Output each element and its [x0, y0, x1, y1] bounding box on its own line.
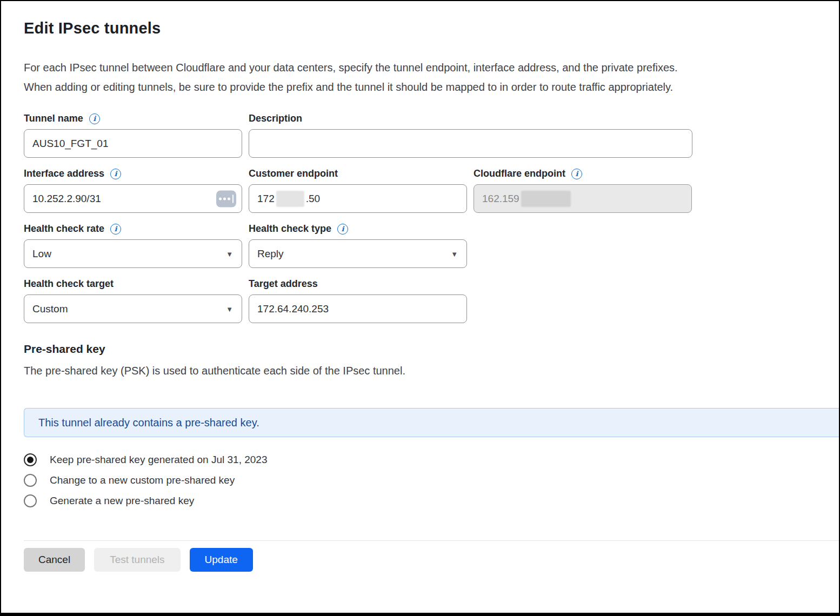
- cloudflare-endpoint-field: Cloudflare endpoint i 162.159: [474, 158, 692, 213]
- browser-autofill-icon[interactable]: [216, 190, 236, 207]
- info-icon[interactable]: i: [110, 224, 121, 235]
- target-address-input[interactable]: 172.64.240.253: [249, 294, 467, 323]
- info-icon[interactable]: i: [571, 169, 582, 179]
- description-field: Description: [249, 97, 692, 158]
- cancel-button[interactable]: Cancel: [24, 548, 85, 572]
- psk-info-banner: This tunnel already contains a pre-share…: [24, 408, 839, 437]
- chevron-down-icon: ▼: [226, 305, 233, 312]
- interface-address-input[interactable]: 10.252.2.90/31: [24, 184, 242, 213]
- radio-selected-icon[interactable]: [24, 453, 37, 466]
- health-check-target-field: Health check target Custom ▼: [24, 268, 242, 323]
- psk-option-generate[interactable]: Generate a new pre-shared key: [24, 494, 839, 507]
- health-check-type-select[interactable]: Reply ▼: [249, 239, 467, 268]
- customer-endpoint-input[interactable]: 172 .50: [249, 184, 467, 213]
- description-input[interactable]: [249, 129, 692, 158]
- cloudflare-endpoint-label: Cloudflare endpoint: [474, 168, 565, 179]
- psk-banner-text: This tunnel already contains a pre-share…: [38, 417, 259, 429]
- target-address-label: Target address: [249, 278, 318, 290]
- redacted-value: [276, 191, 304, 207]
- info-icon[interactable]: i: [337, 224, 348, 235]
- chevron-down-icon: ▼: [451, 250, 458, 257]
- page-title: Edit IPsec tunnels: [24, 19, 839, 37]
- health-check-target-select[interactable]: Custom ▼: [24, 294, 242, 323]
- update-button[interactable]: Update: [190, 548, 253, 572]
- psk-option-keep[interactable]: Keep pre-shared key generated on Jul 31,…: [24, 453, 839, 466]
- target-address-field: Target address 172.64.240.253: [249, 268, 467, 323]
- edit-ipsec-tunnels-dialog: Edit IPsec tunnels For each IPsec tunnel…: [0, 0, 840, 616]
- interface-address-field: Interface address i 10.252.2.90/31: [24, 158, 242, 213]
- health-check-rate-select[interactable]: Low ▼: [24, 239, 242, 268]
- description-label: Description: [249, 113, 302, 124]
- customer-endpoint-field: Customer endpoint 172 .50: [249, 158, 467, 213]
- footer-actions: Cancel Test tunnels Update: [24, 548, 839, 572]
- psk-option-custom[interactable]: Change to a new custom pre-shared key: [24, 474, 839, 487]
- radio-unselected-icon[interactable]: [24, 474, 37, 487]
- radio-unselected-icon[interactable]: [24, 494, 37, 507]
- intro-text: For each IPsec tunnel between Cloudflare…: [24, 58, 824, 97]
- health-check-type-label: Health check type: [249, 223, 331, 235]
- customer-endpoint-label: Customer endpoint: [249, 168, 338, 179]
- intro-line-1: For each IPsec tunnel between Cloudflare…: [24, 58, 824, 77]
- health-check-type-field: Health check type i Reply ▼: [249, 213, 467, 268]
- interface-address-label: Interface address: [24, 168, 104, 179]
- tunnel-name-input[interactable]: AUS10_FGT_01: [24, 129, 242, 158]
- tunnel-name-label: Tunnel name: [24, 113, 83, 124]
- chevron-down-icon: ▼: [226, 250, 233, 257]
- test-tunnels-button[interactable]: Test tunnels: [94, 548, 180, 572]
- cloudflare-endpoint-input: 162.159: [474, 184, 692, 213]
- psk-options: Keep pre-shared key generated on Jul 31,…: [24, 453, 839, 507]
- health-check-rate-field: Health check rate i Low ▼: [24, 213, 242, 268]
- footer-divider: [24, 540, 839, 541]
- intro-line-2: When adding or editing tunnels, be sure …: [24, 77, 824, 97]
- tunnel-name-field: Tunnel name i AUS10_FGT_01: [24, 97, 242, 158]
- health-check-target-label: Health check target: [24, 278, 114, 290]
- info-icon[interactable]: i: [89, 113, 100, 124]
- psk-heading: Pre-shared key: [24, 343, 839, 356]
- info-icon[interactable]: i: [110, 169, 121, 179]
- psk-description: The pre-shared key (PSK) is used to auth…: [24, 365, 839, 377]
- redacted-value: [521, 191, 571, 207]
- health-check-rate-label: Health check rate: [24, 223, 104, 235]
